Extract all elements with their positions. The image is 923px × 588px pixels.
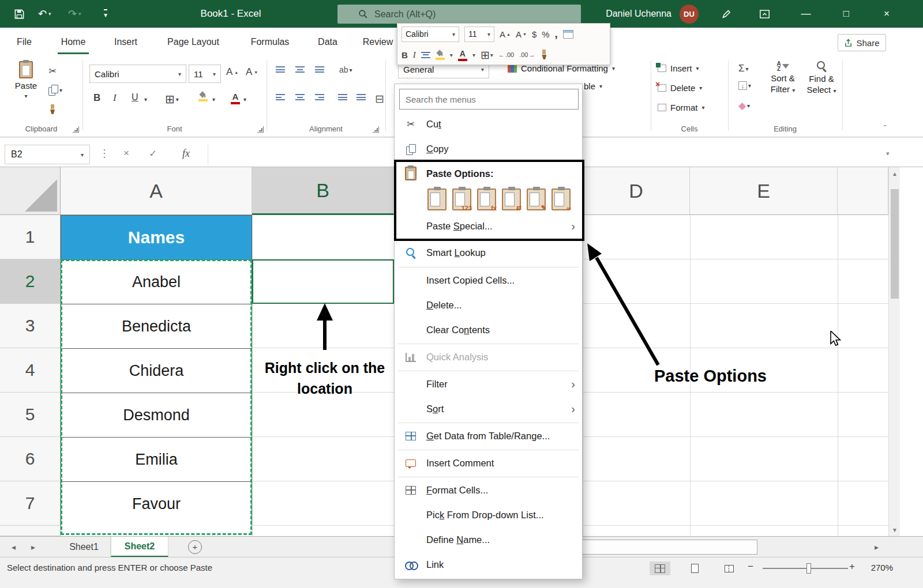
mini-font-size-select[interactable]: 11▾ <box>464 27 494 42</box>
mini-fill-color-button[interactable] <box>436 50 445 60</box>
mini-center-align-button[interactable] <box>421 52 430 58</box>
clear-button[interactable]: ◆▾ <box>738 100 750 112</box>
menu-item-delete[interactable]: Delete... <box>395 293 582 318</box>
cell-a4[interactable]: Chidera <box>61 349 252 393</box>
cell-a6[interactable]: Emilia <box>61 438 252 482</box>
mini-percent-format-button[interactable]: % <box>542 29 549 39</box>
row-header-8[interactable] <box>0 526 61 536</box>
menu-item-define-name[interactable]: Define Name... <box>395 527 582 552</box>
mini-comma-format-button[interactable]: , <box>555 28 558 40</box>
avatar[interactable]: DU <box>680 5 699 24</box>
menu-item-insert-comment[interactable]: Insert Comment <box>395 451 582 476</box>
column-header-a[interactable]: A <box>61 167 252 215</box>
menu-item-copy[interactable]: Copy <box>395 137 582 161</box>
mini-font-name-select[interactable]: Calibri▾ <box>402 27 459 42</box>
tab-page-layout[interactable]: Page Layout <box>159 28 227 56</box>
column-header-d[interactable]: D <box>583 167 690 215</box>
row-header-1[interactable]: 1 <box>0 215 61 259</box>
mini-decrease-decimal-button[interactable]: .00→ <box>519 51 535 58</box>
tab-review[interactable]: Review <box>359 28 397 56</box>
name-box[interactable]: B2▾ <box>5 145 90 164</box>
row-header-7[interactable]: 7 <box>0 481 61 526</box>
mini-format-as-table-button[interactable] <box>563 30 573 39</box>
ribbon-display-options-button[interactable] <box>759 5 770 22</box>
page-layout-view-button[interactable] <box>684 561 705 575</box>
sheet-tab-sheet2[interactable]: Sheet2 <box>111 537 168 557</box>
column-header-b[interactable]: B <box>252 167 394 215</box>
paste-option-transpose[interactable]: ⇄ <box>502 189 521 210</box>
row-header-6[interactable]: 6 <box>0 437 61 481</box>
menu-item-get-data[interactable]: Get Data from Table/Range... <box>395 424 582 448</box>
new-sheet-button[interactable]: + <box>188 540 202 554</box>
fill-button[interactable]: ↓▾ <box>738 81 751 90</box>
cell-a1[interactable]: Names <box>61 216 252 260</box>
cell-a3[interactable]: Benedicta <box>61 304 252 349</box>
save-button[interactable] <box>14 5 25 22</box>
menu-item-clear-contents[interactable]: Clear Contents <box>395 318 582 342</box>
sort-filter-button[interactable]: AZ Sort & Filter ▾ <box>766 61 800 94</box>
zoom-level[interactable]: 270% <box>861 563 893 572</box>
zoom-slider-handle[interactable] <box>806 563 811 574</box>
row-header-3[interactable]: 3 <box>0 304 61 348</box>
zoom-slider[interactable] <box>763 568 848 569</box>
menu-item-insert-copied-cells[interactable]: Insert Copied Cells... <box>395 268 582 293</box>
previous-sheet-button[interactable]: ◂ <box>12 537 16 557</box>
vertical-scrollbar[interactable]: ▲ ▼ <box>888 167 900 536</box>
autosum-button[interactable]: Σ▾ <box>738 63 749 74</box>
search-box[interactable] <box>337 5 581 24</box>
cell-a7[interactable]: Favour <box>61 482 252 526</box>
menu-item-cut[interactable]: ✂ Cut <box>395 112 582 137</box>
menu-item-link[interactable]: Link <box>395 552 582 577</box>
search-input[interactable] <box>359 9 550 20</box>
menu-item-smart-lookup[interactable]: Smart Lookup <box>395 240 582 265</box>
zoom-out-button[interactable]: − <box>748 561 753 572</box>
page-break-view-button[interactable] <box>719 561 740 575</box>
menu-search-input[interactable] <box>399 89 579 110</box>
cell-a2[interactable]: Anabel <box>61 260 252 304</box>
tab-insert[interactable]: Insert <box>108 28 143 56</box>
find-select-button[interactable]: Find & Select ▾ <box>803 61 840 95</box>
minimize-button[interactable]: — <box>793 0 819 28</box>
redo-button[interactable]: ↷▾ <box>68 5 81 22</box>
menu-item-pick-from-list[interactable]: Pick From Drop-down List... <box>395 503 582 527</box>
mini-borders-button[interactable]: ⊞▾ <box>481 48 493 62</box>
horizontal-scrollbar-thumb[interactable] <box>580 540 757 555</box>
column-header-e[interactable]: E <box>690 167 838 215</box>
mini-font-color-button[interactable]: A <box>458 49 467 61</box>
paste-option-link[interactable]: ∞ <box>551 189 571 210</box>
row-header-4[interactable]: 4 <box>0 348 61 393</box>
insert-function-button[interactable]: fx <box>182 145 190 162</box>
mini-increase-decimal-button[interactable]: ←.00 <box>498 51 514 58</box>
tab-data[interactable]: Data <box>312 28 344 56</box>
row-header-5[interactable]: 5 <box>0 393 61 437</box>
tab-formulas[interactable]: Formulas <box>243 28 297 56</box>
mini-increase-font-button[interactable]: A▲ <box>500 29 511 39</box>
normal-view-button[interactable] <box>650 561 670 575</box>
menu-item-format-cells[interactable]: Format Cells... <box>395 478 582 503</box>
customize-quick-access-button[interactable]: ▾ <box>104 5 107 22</box>
scroll-down-icon[interactable]: ▼ <box>889 523 901 536</box>
close-button[interactable]: × <box>873 0 900 28</box>
mini-bold-button[interactable]: B <box>402 50 408 60</box>
column-header-f[interactable] <box>838 167 888 215</box>
zoom-in-button[interactable]: + <box>849 561 855 572</box>
menu-item-paste-special[interactable]: Paste Special... › <box>395 213 582 239</box>
scroll-up-icon[interactable]: ▲ <box>889 167 901 180</box>
undo-button[interactable]: ↶▾ <box>38 5 51 22</box>
row-header-2[interactable]: 2 <box>0 259 61 304</box>
collapse-ribbon-button[interactable]: ˆ <box>884 124 887 133</box>
paste-option-values[interactable]: 123 <box>452 189 471 210</box>
paste-option-paste[interactable] <box>427 189 447 210</box>
menu-item-sort[interactable]: Sort › <box>395 397 582 421</box>
share-button[interactable]: Share <box>838 34 886 51</box>
scroll-right-icon[interactable]: ▸ <box>875 537 879 557</box>
tab-file[interactable]: File <box>10 28 38 56</box>
enter-button[interactable]: ✓ <box>149 145 157 162</box>
vertical-scrollbar-thumb[interactable] <box>891 189 899 299</box>
paste-option-formatting[interactable]: ✎ <box>527 189 546 210</box>
maximize-button[interactable]: □ <box>833 0 860 28</box>
paste-option-formulas[interactable]: fx <box>477 189 496 210</box>
cell-a5[interactable]: Desmond <box>61 393 252 438</box>
sheet-tab-sheet1[interactable]: Sheet1 <box>58 537 111 557</box>
tab-home[interactable]: Home <box>54 28 92 56</box>
